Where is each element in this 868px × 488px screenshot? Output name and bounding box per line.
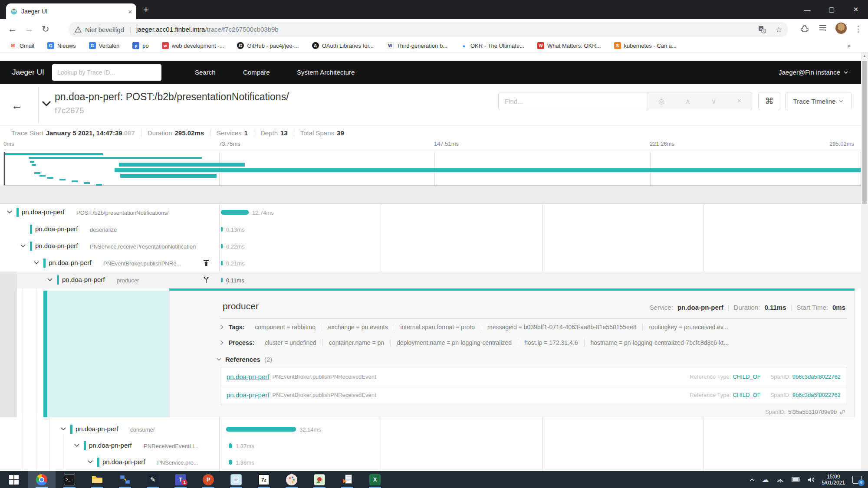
taskbar-file-explorer-icon[interactable] <box>83 471 111 488</box>
browser-tab[interactable]: Jaeger UI × <box>6 3 136 19</box>
network-signal-icon[interactable] <box>776 477 784 483</box>
collapse-trace-chevron-icon[interactable] <box>42 101 51 106</box>
page-scrollbar[interactable]: ▲ <box>861 52 868 471</box>
bookmark-wikipedia[interactable]: WThird-generation b... <box>387 42 447 49</box>
bookmark-okr[interactable]: ▲OKR - The Ultimate... <box>460 42 524 49</box>
trace-id-lookup-input[interactable] <box>52 64 161 81</box>
span-row[interactable]: pn.doa-pn-perf consumer 32.14ms <box>0 421 861 438</box>
references-header[interactable]: References (2) <box>217 356 272 363</box>
span-row-selected[interactable]: pn.doa-pn-perf producer 0.11ms <box>0 272 861 288</box>
trace-minimap[interactable] <box>3 152 861 186</box>
find-clear-icon[interactable]: × <box>737 97 741 105</box>
span-bar[interactable] <box>221 244 223 249</box>
reference-service-link[interactable]: pn.doa-pn-perf <box>227 373 269 380</box>
taskbar-doc-converter-icon[interactable] <box>333 471 361 488</box>
view-selector-button[interactable]: Trace Timeline <box>785 92 852 110</box>
chevron-down-icon[interactable] <box>47 278 53 281</box>
locate-span-icon[interactable]: ◎ <box>658 97 664 105</box>
bookmark-webdev[interactable]: wweb development -... <box>162 42 224 49</box>
window-minimize-button[interactable]: — <box>795 0 819 19</box>
find-next-icon[interactable]: ∨ <box>711 97 717 105</box>
start-button[interactable] <box>0 471 28 488</box>
upload-reference-icon[interactable] <box>203 260 209 266</box>
span-bar[interactable] <box>221 261 223 265</box>
notification-center-icon[interactable]: 6 <box>852 476 862 484</box>
reference-row[interactable]: pn.doa-pn-perf PNEventBroker.publishPNRe… <box>220 367 847 386</box>
extensions-puzzle-icon[interactable] <box>801 25 809 33</box>
taskbar-terminal-icon[interactable]: >_ <box>56 471 83 488</box>
taskbar-excel-icon[interactable]: X <box>361 471 389 488</box>
onedrive-cloud-icon[interactable]: ☁ <box>762 475 769 484</box>
copy-link-icon[interactable] <box>839 409 845 415</box>
find-prev-icon[interactable]: ∧ <box>685 97 690 105</box>
bookmark-po[interactable]: ppo <box>132 42 148 49</box>
find-input[interactable] <box>499 92 648 110</box>
battery-icon[interactable] <box>792 477 800 482</box>
taskbar-powerpoint-icon[interactable]: P <box>194 471 222 488</box>
reload-button[interactable]: ↻ <box>42 24 49 34</box>
chevron-down-icon[interactable] <box>217 358 221 361</box>
bookmark-kubernetes[interactable]: Skubernetes - Can a... <box>614 42 677 49</box>
chevron-down-icon[interactable] <box>7 210 12 213</box>
chevron-right-icon[interactable] <box>220 324 224 330</box>
chevron-down-icon[interactable] <box>74 444 79 447</box>
chevron-down-icon[interactable] <box>20 244 26 247</box>
bookmark-whatmatters[interactable]: WWhat Matters: OKR... <box>537 42 601 49</box>
back-to-search-button[interactable]: ← <box>11 99 23 112</box>
span-bar[interactable] <box>221 227 223 232</box>
nav-compare[interactable]: Compare <box>243 69 270 76</box>
process-row[interactable]: Process: cluster = undefined container.n… <box>220 339 735 346</box>
nav-search[interactable]: Search <box>195 69 216 76</box>
bookmark-nieuws[interactable]: GNieuws <box>47 42 76 49</box>
taskbar-teams-icon[interactable]: T 1 <box>167 471 194 488</box>
taskbar-notepad-icon[interactable] <box>222 471 250 488</box>
reference-row[interactable]: pn.doa-pn-perf PNEventBroker.publishPNRe… <box>220 386 847 404</box>
bookmarks-overflow-icon[interactable]: » <box>847 42 851 49</box>
bookmark-github[interactable]: GGitHub - pac4j/jee-... <box>237 42 299 49</box>
tags-row[interactable]: Tags: component = rabbitmq exchange = pn… <box>220 324 734 331</box>
taskbar-7zip-icon[interactable]: 7z <box>250 471 278 488</box>
span-row[interactable]: pn.doa-pn-perf PNService.pro... 1.36ms <box>0 454 861 471</box>
instance-selector[interactable]: Jaeger@Fin instance <box>779 69 848 76</box>
chevron-down-icon[interactable] <box>34 261 39 264</box>
address-bar[interactable]: Niet beveiligd | jaeger.acc01.finbel.int… <box>69 22 788 37</box>
chevron-right-icon[interactable] <box>220 340 224 345</box>
translate-icon[interactable]: A文 <box>758 26 766 33</box>
keyboard-shortcuts-button[interactable]: ⌘ <box>758 92 780 110</box>
jaeger-brand[interactable]: Jaeger UI <box>12 68 44 77</box>
span-bar[interactable] <box>229 460 232 465</box>
taskbar-clock[interactable]: 15:09 5/01/2021 <box>822 474 845 486</box>
browser-menu-icon[interactable]: ⋮ <box>854 24 862 34</box>
span-row[interactable]: pn.doa-pn-perf PNEventBroker.publishPNRe… <box>0 255 861 272</box>
scroll-up-arrow[interactable]: ▲ <box>861 52 868 59</box>
scrollbar-thumb[interactable] <box>862 61 867 204</box>
speaker-icon[interactable] <box>808 477 815 483</box>
window-maximize-button[interactable]: ▢ <box>819 0 844 19</box>
bookmark-oauth[interactable]: AOAuth Libraries for... <box>312 42 374 49</box>
bookmark-gmail[interactable]: MGmail <box>10 42 34 49</box>
chevron-down-icon[interactable] <box>61 427 66 430</box>
reading-list-icon[interactable] <box>819 25 827 32</box>
span-row[interactable]: pn.doa-pn-perf deserialize 0.13ms <box>0 221 861 238</box>
span-row[interactable]: pn.doa-pn-perf PNReceivedEventLi... 1.37… <box>0 437 861 454</box>
tab-close-icon[interactable]: × <box>128 8 132 15</box>
span-bar[interactable] <box>229 443 232 448</box>
profile-avatar[interactable] <box>835 23 847 34</box>
nav-system-architecture[interactable]: System Architecture <box>297 69 355 76</box>
taskbar-pen-app-icon[interactable]: ✎ <box>139 471 167 488</box>
chevron-down-icon[interactable] <box>88 460 93 463</box>
span-row[interactable]: pn.doa-pn-perf PNService.receivePresenta… <box>0 238 861 255</box>
bookmark-star-icon[interactable]: ☆ <box>776 25 782 34</box>
span-bar[interactable] <box>226 427 296 432</box>
security-label[interactable]: Niet beveiligd <box>85 26 124 33</box>
fork-reference-icon[interactable] <box>203 277 209 284</box>
bookmark-vertalen[interactable]: GVertalen <box>89 42 120 49</box>
reference-service-link[interactable]: pn.doa-pn-perf <box>227 391 269 399</box>
span-row[interactable]: pn.doa-pn-perf POST:/b2b/presentationNot… <box>0 204 861 221</box>
tray-expand-icon[interactable] <box>750 478 755 481</box>
new-tab-button[interactable]: + <box>143 4 149 16</box>
taskbar-image-viewer-icon[interactable] <box>306 471 333 488</box>
span-bar[interactable] <box>221 210 249 215</box>
window-close-button[interactable]: ✕ <box>844 0 868 19</box>
span-bar[interactable] <box>221 278 223 282</box>
